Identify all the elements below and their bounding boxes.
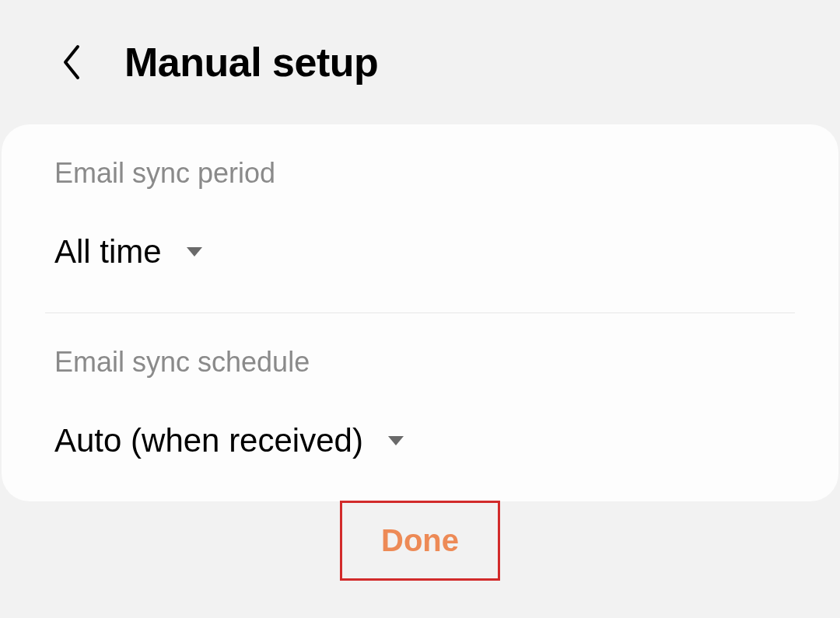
sync-schedule-label: Email sync schedule [54,346,786,379]
settings-card: Email sync period All time Email sync sc… [2,124,838,501]
email-sync-period-item: Email sync period All time [2,124,838,312]
chevron-down-icon [185,246,204,258]
email-sync-schedule-item: Email sync schedule Auto (when received) [2,313,838,501]
sync-period-value: All time [54,233,162,271]
done-label: Done [381,523,459,557]
footer: Done [0,501,840,581]
chevron-down-icon [387,435,405,447]
back-button[interactable] [56,44,87,81]
sync-schedule-dropdown[interactable]: Auto (when received) [54,422,786,459]
done-button[interactable]: Done [340,501,500,581]
sync-schedule-value: Auto (when received) [54,422,363,459]
header: Manual setup [0,0,840,124]
chevron-left-icon [61,44,82,81]
sync-period-dropdown[interactable]: All time [54,233,786,271]
page-title: Manual setup [124,39,378,86]
sync-period-label: Email sync period [54,157,786,190]
